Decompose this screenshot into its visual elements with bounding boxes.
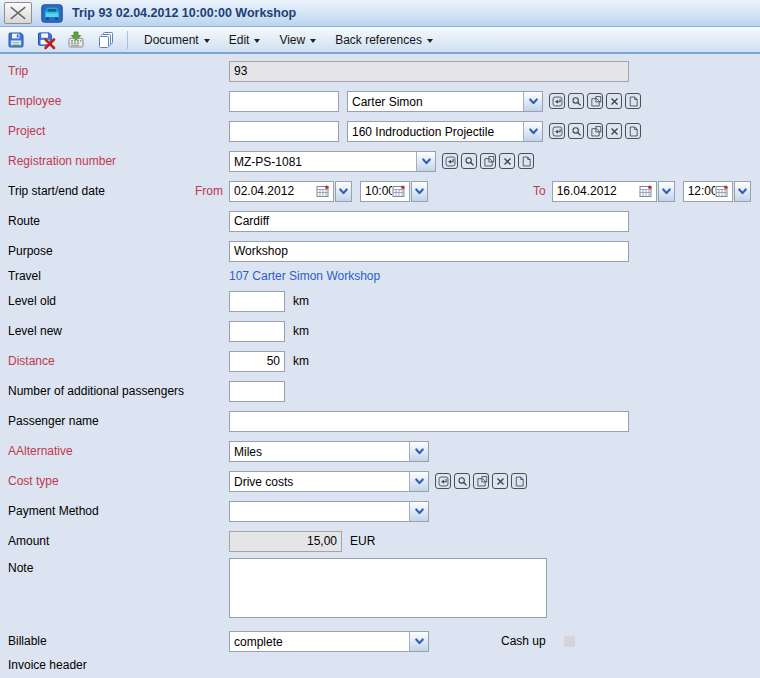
cost-type-combobox-arrow[interactable]	[409, 472, 428, 491]
menu-back-references[interactable]: Back references	[328, 30, 440, 50]
trip-form: Trip Employee Carter Simon Project 160 I…	[0, 54, 760, 674]
registration-clear-button[interactable]	[499, 153, 515, 169]
to-time-input[interactable]	[688, 184, 715, 198]
alternative-combobox-arrow[interactable]	[409, 442, 428, 461]
cost-type-combobox[interactable]: Drive costs	[229, 471, 429, 492]
travel-link[interactable]: 107 Carter Simon Workshop	[229, 269, 380, 283]
cost-type-search-button[interactable]	[454, 473, 470, 489]
to-date-dropdown-button[interactable]	[658, 181, 675, 202]
employee-goto-button[interactable]	[549, 93, 565, 109]
cost-type-ref-buttons	[435, 473, 530, 489]
row-passenger-name: Passenger name	[0, 406, 760, 436]
additional-passengers-input[interactable]	[229, 381, 285, 402]
import-icon	[66, 30, 86, 50]
cost-type-goto-button[interactable]	[435, 473, 451, 489]
employee-code-input[interactable]	[229, 91, 339, 112]
registration-search-button[interactable]	[461, 153, 477, 169]
level-new-unit: km	[293, 324, 309, 338]
delete-record-button[interactable]	[33, 28, 58, 52]
cost-type-copy-button[interactable]	[473, 473, 489, 489]
project-clear-button[interactable]	[606, 123, 622, 139]
cost-type-clear-button[interactable]	[492, 473, 508, 489]
note-textarea[interactable]	[229, 558, 547, 618]
project-combobox[interactable]: 160 Indroduction Projectile	[347, 121, 543, 142]
from-time-field[interactable]	[360, 181, 410, 202]
to-time-field[interactable]	[683, 181, 733, 202]
billable-combobox[interactable]: complete	[229, 631, 429, 652]
from-date-dropdown-button[interactable]	[335, 181, 352, 202]
window-titlebar: Trip 93 02.04.2012 10:00:00 Workshop	[0, 0, 760, 27]
distance-input[interactable]	[229, 351, 285, 372]
copy-page-icon	[589, 95, 602, 108]
to-date-input[interactable]	[557, 184, 639, 198]
project-code-input[interactable]	[229, 121, 339, 142]
registration-copy-button[interactable]	[480, 153, 496, 169]
calendar-icon[interactable]	[715, 184, 729, 198]
row-note: Note	[0, 556, 760, 626]
new-page-icon	[627, 125, 640, 138]
window-title: Trip 93 02.04.2012 10:00:00 Workshop	[72, 6, 296, 20]
clear-icon	[501, 155, 514, 168]
billable-combobox-arrow[interactable]	[409, 632, 428, 651]
employee-search-button[interactable]	[568, 93, 584, 109]
payment-method-combobox[interactable]	[229, 501, 429, 522]
route-input[interactable]	[229, 211, 629, 232]
additional-passengers-label: Number of additional passengers	[8, 384, 184, 398]
menu-view-label: View	[279, 33, 305, 47]
menu-document[interactable]: Document	[137, 30, 217, 50]
employee-combobox-arrow[interactable]	[523, 92, 542, 111]
calendar-icon[interactable]	[316, 184, 330, 198]
row-additional-passengers: Number of additional passengers	[0, 376, 760, 406]
payment-method-label: Payment Method	[8, 504, 99, 518]
employee-combobox[interactable]: Carter Simon	[347, 91, 543, 112]
invoice-header-label: Invoice header	[8, 658, 87, 672]
travel-label: Travel	[8, 269, 41, 283]
registration-combobox[interactable]: MZ-PS-1081	[229, 151, 436, 172]
purpose-input[interactable]	[229, 241, 629, 262]
close-button[interactable]	[4, 2, 32, 24]
copy-button[interactable]	[93, 28, 118, 52]
row-cost-type: Cost type Drive costs	[0, 466, 760, 496]
registration-combobox-arrow[interactable]	[416, 152, 435, 171]
employee-new-button[interactable]	[625, 93, 641, 109]
from-time-input[interactable]	[365, 184, 392, 198]
project-search-button[interactable]	[568, 123, 584, 139]
from-date-input[interactable]	[234, 184, 316, 198]
to-time-dropdown-button[interactable]	[734, 181, 751, 202]
registration-goto-button[interactable]	[442, 153, 458, 169]
to-date-field[interactable]	[552, 181, 657, 202]
passenger-name-input[interactable]	[229, 411, 629, 432]
row-project: Project 160 Indroduction Projectile	[0, 116, 760, 146]
billable-combobox-value: complete	[230, 632, 409, 651]
amount-currency: EUR	[350, 534, 375, 548]
amount-label: Amount	[8, 534, 49, 548]
import-button[interactable]	[63, 28, 88, 52]
save-button[interactable]	[3, 28, 28, 52]
calendar-icon[interactable]	[639, 184, 653, 198]
close-icon	[6, 4, 30, 22]
cash-up-checkbox[interactable]	[564, 636, 575, 647]
employee-copy-button[interactable]	[587, 93, 603, 109]
project-copy-button[interactable]	[587, 123, 603, 139]
new-page-icon	[520, 155, 533, 168]
goto-icon	[551, 95, 564, 108]
alternative-combobox[interactable]: Miles	[229, 441, 429, 462]
level-new-input[interactable]	[229, 321, 285, 342]
purpose-label: Purpose	[8, 244, 53, 258]
row-travel: Travel 107 Carter Simon Workshop	[0, 266, 760, 286]
menu-view[interactable]: View	[272, 30, 323, 50]
project-combobox-arrow[interactable]	[523, 122, 542, 141]
project-goto-button[interactable]	[549, 123, 565, 139]
from-time-dropdown-button[interactable]	[411, 181, 428, 202]
cost-type-new-button[interactable]	[511, 473, 527, 489]
menu-edit[interactable]: Edit	[222, 30, 268, 50]
row-alternative: AAlternative Miles	[0, 436, 760, 466]
project-new-button[interactable]	[625, 123, 641, 139]
payment-method-combobox-arrow[interactable]	[409, 502, 428, 521]
registration-new-button[interactable]	[518, 153, 534, 169]
search-icon	[570, 125, 583, 138]
from-date-field[interactable]	[229, 181, 334, 202]
calendar-icon[interactable]	[392, 184, 406, 198]
employee-clear-button[interactable]	[606, 93, 622, 109]
level-old-input[interactable]	[229, 291, 285, 312]
